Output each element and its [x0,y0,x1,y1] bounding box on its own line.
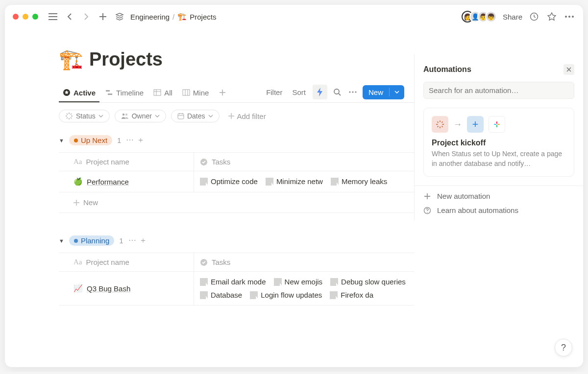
automation-search-input[interactable] [423,82,574,99]
collapse-toggle-icon[interactable]: ▼ [59,138,64,143]
help-fab[interactable]: ? [555,339,572,356]
filter-owner-chip[interactable]: Owner [115,110,166,122]
breadcrumb-current[interactable]: Projects [190,13,216,21]
presence-avatars[interactable]: 👩 👤 👨 👦 [462,11,497,23]
columns-header: Aa Project name Tasks [59,152,414,171]
share-button[interactable]: Share [503,13,522,21]
plus-icon [423,192,431,200]
more-icon[interactable] [564,11,575,23]
add-filter-button[interactable]: Add filter [224,110,270,122]
column-header-name[interactable]: Aa Project name [59,253,194,271]
svg-point-9 [334,89,339,94]
task-label: Optimize code [211,177,258,186]
page-icon [200,278,208,286]
svg-rect-20 [496,121,497,124]
page-icon [266,178,273,186]
learn-automations-button[interactable]: Learn about automations [423,206,574,214]
task-item[interactable]: New emojis [274,278,323,286]
svg-rect-18 [494,124,496,125]
cell-project-name[interactable]: 🍏 Performance [59,171,194,192]
layers-icon[interactable] [114,11,125,23]
tab-timeline[interactable]: Timeline [101,86,147,102]
breadcrumb-parent[interactable]: Engineering [130,13,170,21]
new-row-button[interactable]: New [59,192,414,213]
chevron-down-icon [98,115,103,117]
new-button[interactable]: New [363,85,404,99]
task-item[interactable]: Minimize netw [266,177,323,186]
column-header-tasks[interactable]: Tasks [194,253,414,271]
add-view-button[interactable] [215,86,230,102]
learn-label: Learn about automations [437,206,518,214]
forward-icon[interactable] [80,11,92,23]
page-title[interactable]: Projects [89,49,163,70]
automations-panel: Automations → + [414,54,583,220]
group-add-icon[interactable]: ＋ [139,235,147,246]
automation-card[interactable]: → + Project kickoff [423,108,574,177]
new-automation-button[interactable]: New automation [423,192,574,200]
automations-icon[interactable] [313,85,327,99]
table-row[interactable]: 📈 Q3 Bug Bash Email dark modeNew emojisD… [59,272,414,305]
chevron-down-icon[interactable] [389,88,404,96]
favorite-icon[interactable] [546,11,558,23]
search-icon[interactable] [331,86,343,98]
task-item[interactable]: Email dark mode [200,278,266,286]
close-window-icon[interactable] [13,14,19,20]
tab-active[interactable]: Active [59,86,99,102]
updates-icon[interactable] [528,11,540,23]
close-panel-icon[interactable] [564,64,574,75]
new-button-label: New [363,85,389,99]
cell-tasks[interactable]: Email dark modeNew emojisDebug slow quer… [194,272,414,305]
tab-mine[interactable]: Mine [178,86,213,102]
filter-dates-chip[interactable]: Dates [171,110,220,122]
group-actions: ⋯ ＋ [128,235,147,246]
collapse-toggle-icon[interactable]: ▼ [59,238,64,244]
content: 🏗️ Projects Active Ti [5,28,583,367]
sort-button[interactable]: Sort [289,86,309,98]
timeline-icon [105,89,113,96]
page-emoji-icon[interactable]: 🏗️ [59,48,83,71]
task-label: Email dark mode [211,278,266,286]
group-more-icon[interactable]: ⋯ [126,135,134,145]
more-options-icon[interactable] [347,86,359,98]
minimize-window-icon[interactable] [23,14,28,20]
column-header-name[interactable]: Aa Project name [59,153,194,171]
plus-icon [74,200,79,206]
task-item[interactable]: Firefox da [330,291,373,299]
group-add-icon[interactable]: ＋ [137,135,145,145]
page-icon [250,291,258,299]
task-label: Debug slow queries [341,278,406,286]
status-spinner-icon [65,112,73,120]
task-item[interactable]: Memory leaks [331,177,387,186]
cell-project-name[interactable]: 📈 Q3 Bug Bash [59,272,194,305]
task-item[interactable]: Login flow updates [250,291,322,299]
group-status-pill[interactable]: Up Next [69,135,112,145]
panel-title: Automations [423,65,471,74]
automation-card-icons: → + [432,116,566,133]
avatar[interactable]: 👦 [485,11,497,23]
filter-status-chip[interactable]: Status [59,110,110,122]
task-item[interactable]: Database [200,291,242,299]
new-page-icon[interactable] [97,11,109,23]
svg-point-1 [565,16,567,18]
group: ▼ Up Next 1 ⋯ ＋ Aa Project name Tasks 🍏 [59,132,414,213]
back-icon[interactable] [64,11,75,23]
group-more-icon[interactable]: ⋯ [128,235,136,246]
filter-button[interactable]: Filter [263,86,285,98]
page-icon [331,178,339,186]
table-row[interactable]: 🍏 Performance Optimize codeMinimize netw… [59,171,414,192]
svg-rect-6 [108,94,112,95]
task-item[interactable]: Debug slow queries [330,278,406,286]
sidebar-toggle-icon[interactable] [47,11,59,23]
view-toolbar: Filter Sort New [263,85,414,102]
task-item[interactable]: Optimize code [200,177,258,186]
plus-icon [219,89,226,96]
column-header-tasks[interactable]: Tasks [194,153,414,171]
group-status-pill[interactable]: Planning [69,235,114,246]
svg-point-11 [352,91,353,93]
column-label: Project name [86,158,129,166]
svg-point-23 [427,212,428,213]
maximize-window-icon[interactable] [32,14,38,20]
tab-all[interactable]: All [149,86,176,102]
cell-tasks[interactable]: Optimize codeMinimize netwMemory leaks [194,171,414,192]
svg-point-2 [568,16,570,18]
